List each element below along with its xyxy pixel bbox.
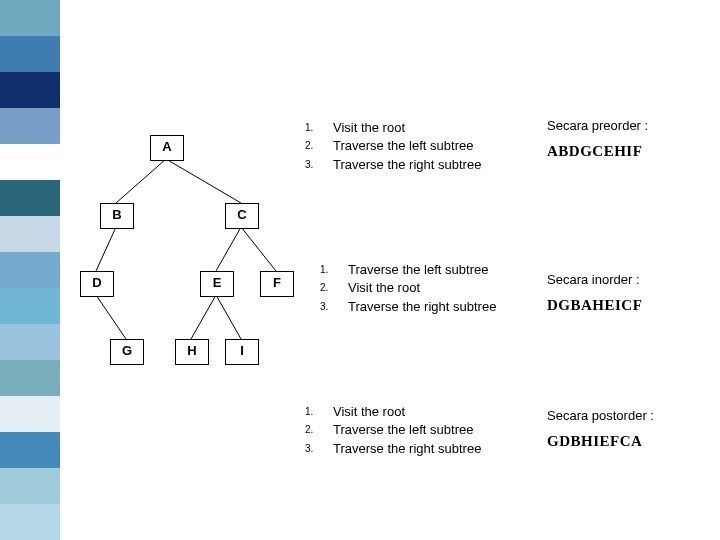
- list-number: 1.: [305, 120, 333, 135]
- list-number: 2.: [320, 280, 348, 295]
- preorder-result: Secara preorder : ABDGCEHIF: [547, 118, 712, 160]
- preorder-steps: 1.Visit the root 2.Traverse the left sub…: [305, 120, 545, 175]
- postorder-steps: 1.Visit the root 2.Traverse the left sub…: [305, 404, 545, 459]
- tree-diagram: A B C D E F G H I: [70, 135, 310, 405]
- postorder-title: Secara postorder :: [547, 408, 712, 423]
- postorder-sequence: GDBHIEFCA: [547, 433, 712, 450]
- tree-node-b: B: [100, 203, 134, 229]
- step-text: Traverse the right subtree: [333, 157, 545, 173]
- preorder-title: Secara preorder :: [547, 118, 712, 133]
- step-text: Traverse the right subtree: [333, 441, 545, 457]
- step-text: Traverse the left subtree: [348, 262, 560, 278]
- inorder-steps: 1.Traverse the left subtree 2.Visit the …: [320, 262, 560, 317]
- inorder-title: Secara inorder :: [547, 272, 712, 287]
- svg-line-1: [166, 159, 241, 203]
- tree-node-c: C: [225, 203, 259, 229]
- step-text: Visit the root: [333, 120, 545, 136]
- preorder-sequence: ABDGCEHIF: [547, 143, 712, 160]
- list-number: 3.: [320, 299, 348, 314]
- list-number: 1.: [305, 404, 333, 419]
- list-number: 3.: [305, 157, 333, 172]
- tree-node-h: H: [175, 339, 209, 365]
- step-text: Visit the root: [333, 404, 545, 420]
- tree-node-g: G: [110, 339, 144, 365]
- svg-line-5: [96, 295, 126, 339]
- tree-node-a: A: [150, 135, 184, 161]
- inorder-sequence: DGBAHEICF: [547, 297, 712, 314]
- step-text: Traverse the left subtree: [333, 138, 545, 154]
- svg-line-0: [116, 159, 166, 203]
- svg-line-6: [191, 295, 216, 339]
- list-number: 2.: [305, 138, 333, 153]
- step-text: Traverse the left subtree: [333, 422, 545, 438]
- tree-node-e: E: [200, 271, 234, 297]
- svg-line-4: [241, 227, 276, 271]
- inorder-result: Secara inorder : DGBAHEICF: [547, 272, 712, 314]
- postorder-result: Secara postorder : GDBHIEFCA: [547, 408, 712, 450]
- list-number: 3.: [305, 441, 333, 456]
- tree-node-f: F: [260, 271, 294, 297]
- svg-line-2: [96, 227, 116, 271]
- list-number: 2.: [305, 422, 333, 437]
- tree-node-i: I: [225, 339, 259, 365]
- svg-line-7: [216, 295, 241, 339]
- step-text: Visit the root: [348, 280, 560, 296]
- step-text: Traverse the right subtree: [348, 299, 560, 315]
- tree-node-d: D: [80, 271, 114, 297]
- svg-line-3: [216, 227, 241, 271]
- decorative-left-stripe: [0, 0, 60, 540]
- list-number: 1.: [320, 262, 348, 277]
